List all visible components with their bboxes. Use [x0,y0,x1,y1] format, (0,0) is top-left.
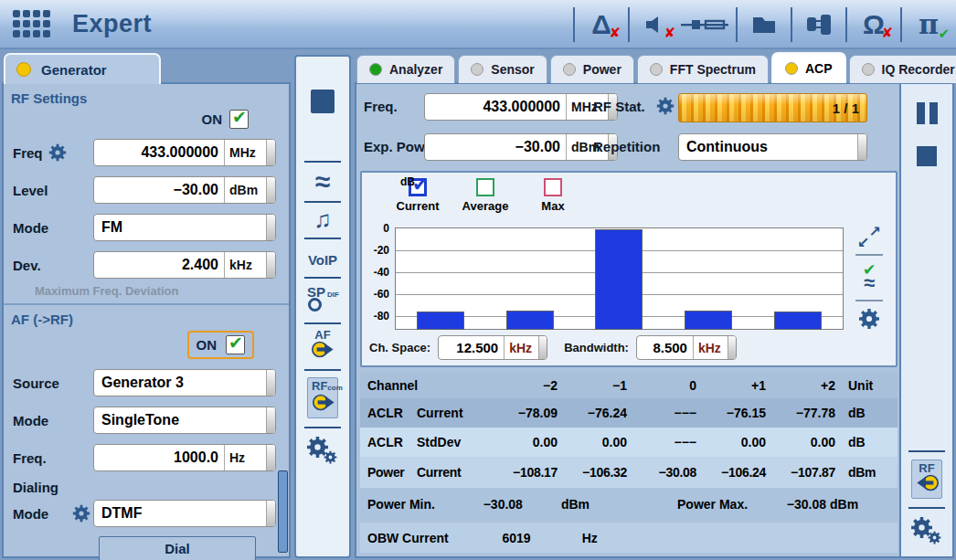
rf-on-checkbox[interactable]: ✔ [229,110,249,129]
dial-mode-gear-icon[interactable] [72,504,90,523]
tab-sensor[interactable]: Sensor [458,55,547,83]
trace-select-button[interactable]: ✔ ≈ [863,260,876,295]
y-tick-20: -20 [364,244,389,257]
power-max-unit: dBm [830,497,858,512]
chart-settings-gear-icon[interactable] [858,308,880,330]
repetition-value[interactable]: Continuous [679,139,857,155]
generator-stop-icon[interactable] [311,90,335,113]
attenuator-button[interactable] [678,5,731,45]
audio-note-icon[interactable]: ♫ [313,207,332,231]
rfcom-mode-button-selected[interactable]: RFcom [307,377,338,418]
impedance-off-button[interactable]: Ω ✘ [852,5,896,45]
tab-acp[interactable]: ACP [771,52,846,83]
spdif-ring-icon [308,298,322,312]
toolbar-separator [791,7,792,42]
generator-scrollbar[interactable] [278,470,288,553]
af-source-field[interactable]: Generator 3 [93,369,276,396]
bandwidth-label: Bandwidth: [564,341,629,354]
speaker-mute-button[interactable]: ✘ [634,5,678,45]
dial-mode-field[interactable]: DTMF [93,500,276,527]
exp-pow-field[interactable]: −30.00 dBm [424,133,618,161]
voip-mode-button[interactable]: VoIP [308,252,337,268]
af-freq-value[interactable]: 1000.0 [94,449,224,466]
repetition-field[interactable]: Continuous [678,133,867,161]
header-toolbar: Δ ✘ ✘ [568,0,951,49]
tab-iq-recorder[interactable]: IQ Recorder [849,55,956,83]
rf-dev-field[interactable]: 2.400 kHz [93,251,276,279]
af-wave-icon[interactable]: ≈ [315,168,330,195]
pi-pad-on-button[interactable]: π ✔ [907,5,951,45]
delta-measure-off-button[interactable]: Δ ✘ [579,5,623,45]
rf-dev-unit: kHz [224,252,266,278]
bar-channel-plus1 [685,312,731,329]
max-trace-checkbox[interactable]: ✔ [544,178,562,196]
mode-toolbar: ≈ ♫ VoIP SP DIF AF RFcom [294,55,351,558]
acp-bar-plot[interactable] [395,227,844,330]
attenuator-icon [681,17,728,32]
toolbar-separator [628,7,630,42]
af-on-checkbox[interactable]: ✔ [226,335,245,354]
channel-config-button[interactable] [797,5,841,45]
tab-power[interactable]: Power [550,55,634,83]
title-bar: Expert Δ ✘ ✘ [0,0,956,49]
file-manager-button[interactable] [742,5,786,45]
acp-control-strip: RF [899,84,952,556]
y-tick-60: -60 [364,288,389,301]
spdif-mode-button[interactable]: SP DIF [305,284,340,315]
ch-space-value[interactable]: 12.500 [439,340,504,355]
bandwidth-field[interactable]: 8.500 kHz [636,335,737,360]
table-row-obw: OBW Current 6019 Hz [360,523,898,553]
green-check-icon: ✔ [938,26,950,42]
tab-fft-spectrum[interactable]: FFT Spectrum [637,55,769,83]
generator-panel: RF Settings ON ✔ Freq 433.000000 MHz Lev… [2,82,291,558]
table-row-aclr-current: ACLRCurrent −78.09 −76.24 −−− −76.15 −77… [360,398,898,428]
acp-panel: Freq. 433.000000 MHz RF Stat. 1 / 1 Exp.… [355,82,954,558]
acp-chart-container: ✔ Current ✔ Average ✔ Max 0 -20 -40 -60 … [360,171,898,367]
acp-status-dot [785,62,798,75]
dial-mode-value[interactable]: DTMF [94,505,266,522]
af-mode-field[interactable]: SingleTone [93,407,276,434]
freq-gear-icon[interactable] [48,143,67,162]
expand-chart-button[interactable]: ↗ ↙ [857,226,881,249]
dial-button[interactable]: Dial [99,536,256,560]
rf-stat-label: RF Stat. [593,99,645,114]
af-route-button[interactable]: AF [307,330,338,362]
bandwidth-value[interactable]: 8.500 [637,340,693,355]
rf-mode-field[interactable]: FM [93,214,276,241]
af-freq-field[interactable]: 1000.0 Hz [93,444,276,471]
pi-icon: π [919,11,939,38]
rf-freq-field[interactable]: 433.000000 MHz [93,139,276,166]
rf-mode-value[interactable]: FM [94,219,266,236]
stop-measurement-button[interactable] [917,146,937,166]
rf-dev-value[interactable]: 2.400 [94,257,224,273]
exp-pow-value[interactable]: −30.00 [425,139,566,155]
af-on-focus-ring: ON ✔ [187,331,255,359]
average-trace-checkbox[interactable]: ✔ [476,178,494,196]
dialing-label: Dialing [13,480,58,495]
pause-measurement-button[interactable] [917,102,938,124]
rf-port-label: RF [916,463,938,474]
toolbar-divider [304,238,341,239]
rf-level-value[interactable]: −30.00 [94,182,224,198]
acp-freq-field[interactable]: 433.000000 MHz [424,93,618,121]
legend-item-current: ✔ Current [384,178,451,213]
rf-on-label: ON [202,111,223,127]
rf-stat-gear-icon[interactable] [656,97,675,115]
af-source-value[interactable]: Generator 3 [94,375,266,391]
repetition-label: Repetition [593,139,660,154]
generator-settings-button[interactable] [306,436,339,467]
rf-level-field[interactable]: −30.00 dBm [93,176,276,204]
acp-settings-button[interactable] [910,516,943,547]
af-mode-value[interactable]: SingleTone [94,412,266,428]
rf-freq-label: Freq [13,145,43,161]
rf-port-button-selected[interactable]: RF [911,460,942,499]
red-cross-icon: ✘ [881,25,893,41]
ch-space-field[interactable]: 12.500 kHz [438,335,547,360]
tab-analyzer[interactable]: Analyzer [356,55,455,83]
rf-freq-value[interactable]: 433.000000 [94,144,224,161]
spdif-dif-label: DIF [327,291,339,299]
af-source-label: Source [13,375,59,391]
acp-freq-value[interactable]: 433.000000 [425,99,566,115]
app-grid-icon[interactable] [13,10,50,37]
tab-generator[interactable]: Generator [4,53,161,84]
